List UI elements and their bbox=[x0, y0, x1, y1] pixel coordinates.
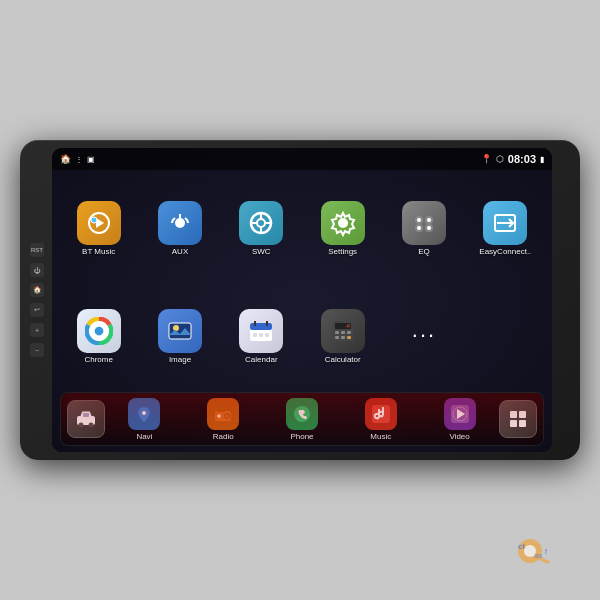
bluetooth-status-icon: ⬡ bbox=[496, 154, 504, 164]
dock-navi[interactable]: Navi bbox=[105, 398, 184, 441]
app-bt-music[interactable]: BT Music bbox=[60, 176, 137, 280]
status-bar: 🏠 ⋮ ▣ 📍 ⬡ 08:03 ▮ bbox=[52, 148, 552, 170]
screenshot-status-icon: ▣ bbox=[87, 155, 95, 164]
main-content: BT Music AUX bbox=[52, 170, 552, 452]
swc-label: SWC bbox=[252, 247, 271, 256]
radio-label: Radio bbox=[213, 432, 234, 441]
svg-point-16 bbox=[427, 218, 431, 222]
eq-label: EQ bbox=[418, 247, 430, 256]
navi-label: Navi bbox=[136, 432, 152, 441]
power-button[interactable]: ⏻ bbox=[30, 263, 44, 277]
bt-music-label: BT Music bbox=[82, 247, 115, 256]
svg-text:cl: cl bbox=[518, 542, 525, 551]
svg-rect-42 bbox=[335, 336, 339, 339]
dock-music[interactable]: Music bbox=[341, 398, 420, 441]
app-easyconnect[interactable]: EasyConnect.. bbox=[467, 176, 544, 280]
status-time: 08:03 bbox=[508, 153, 536, 165]
rst-button[interactable]: RST bbox=[30, 243, 44, 257]
svg-point-17 bbox=[417, 226, 421, 230]
calendar-label: Calendar bbox=[245, 355, 277, 364]
more-icon: ··· bbox=[402, 313, 446, 357]
volume-down-button[interactable]: − bbox=[30, 343, 44, 357]
back-button[interactable]: ↩ bbox=[30, 303, 44, 317]
video-icon bbox=[444, 398, 476, 430]
dock-video[interactable]: Video bbox=[420, 398, 499, 441]
svg-point-27 bbox=[173, 325, 179, 331]
app-calendar[interactable]: Calendar bbox=[223, 284, 300, 388]
home-button[interactable]: 🏠 bbox=[30, 283, 44, 297]
bt-music-icon bbox=[77, 201, 121, 245]
settings-icon bbox=[321, 201, 365, 245]
app-image[interactable]: Image bbox=[141, 284, 218, 388]
svg-rect-52 bbox=[217, 409, 225, 412]
calculator-icon: − ✕ bbox=[321, 309, 365, 353]
app-chrome[interactable]: Chrome bbox=[60, 284, 137, 388]
video-label: Video bbox=[449, 432, 469, 441]
app-settings[interactable]: Settings bbox=[304, 176, 381, 280]
status-right: 📍 ⬡ 08:03 ▮ bbox=[481, 153, 544, 165]
svg-point-2 bbox=[175, 218, 185, 228]
svg-rect-34 bbox=[265, 333, 269, 337]
svg-rect-25 bbox=[169, 323, 191, 339]
car-radio-device: RST ⏻ 🏠 ↩ + − 🏠 ⋮ ▣ 📍 ⬡ 08:03 ▮ bbox=[20, 140, 580, 460]
easyconnect-icon bbox=[483, 201, 527, 245]
status-left: 🏠 ⋮ ▣ bbox=[60, 154, 95, 164]
aux-label: AUX bbox=[172, 247, 188, 256]
svg-point-10 bbox=[338, 218, 348, 228]
app-aux[interactable]: AUX bbox=[141, 176, 218, 280]
dock-radio[interactable]: Radio bbox=[184, 398, 263, 441]
svg-point-5 bbox=[257, 219, 265, 227]
navi-icon bbox=[128, 398, 160, 430]
phone-icon bbox=[286, 398, 318, 430]
aux-icon bbox=[158, 201, 202, 245]
watermark: cl as f bbox=[510, 536, 570, 570]
svg-point-18 bbox=[427, 226, 431, 230]
car-mode-button[interactable] bbox=[67, 400, 105, 438]
image-icon bbox=[158, 309, 202, 353]
main-screen: 🏠 ⋮ ▣ 📍 ⬡ 08:03 ▮ bbox=[52, 148, 552, 452]
svg-point-15 bbox=[417, 218, 421, 222]
app-eq[interactable]: EQ bbox=[385, 176, 462, 280]
side-buttons-left: RST ⏻ 🏠 ↩ + − bbox=[28, 239, 46, 361]
svg-rect-62 bbox=[510, 411, 517, 418]
svg-rect-41 bbox=[347, 331, 351, 334]
swc-icon bbox=[239, 201, 283, 245]
svg-rect-40 bbox=[341, 331, 345, 334]
empty-slot bbox=[467, 284, 544, 388]
home-status-icon: 🏠 bbox=[60, 154, 71, 164]
menu-status-icon: ⋮ bbox=[75, 155, 83, 164]
music-icon bbox=[365, 398, 397, 430]
svg-rect-64 bbox=[510, 420, 517, 427]
svg-rect-48 bbox=[83, 413, 89, 417]
svg-rect-32 bbox=[253, 333, 257, 337]
location-status-icon: 📍 bbox=[481, 154, 492, 164]
svg-rect-33 bbox=[259, 333, 263, 337]
side-buttons-right bbox=[558, 296, 572, 304]
svg-text:✕: ✕ bbox=[346, 323, 351, 329]
svg-rect-63 bbox=[519, 411, 526, 418]
app-calculator[interactable]: − ✕ Calculator bbox=[304, 284, 381, 388]
svg-point-1 bbox=[91, 217, 97, 223]
svg-rect-39 bbox=[335, 331, 339, 334]
svg-point-46 bbox=[79, 423, 84, 428]
chrome-label: Chrome bbox=[84, 355, 112, 364]
chrome-icon bbox=[77, 309, 121, 353]
svg-text:f: f bbox=[545, 548, 547, 555]
image-label: Image bbox=[169, 355, 191, 364]
volume-up-button[interactable]: + bbox=[30, 323, 44, 337]
app-swc[interactable]: SWC bbox=[223, 176, 300, 280]
eq-icon bbox=[402, 201, 446, 245]
dock: Navi bbox=[60, 392, 544, 446]
svg-rect-43 bbox=[341, 336, 345, 339]
svg-point-50 bbox=[142, 411, 146, 415]
radio-icon bbox=[207, 398, 239, 430]
calculator-label: Calculator bbox=[325, 355, 361, 364]
app-more[interactable]: ··· bbox=[385, 284, 462, 388]
battery-status-icon: ▮ bbox=[540, 155, 544, 164]
svg-rect-44 bbox=[347, 336, 351, 339]
dock-phone[interactable]: Phone bbox=[263, 398, 342, 441]
svg-rect-65 bbox=[519, 420, 526, 427]
app-grid-button[interactable] bbox=[499, 400, 537, 438]
empty-icon bbox=[483, 314, 527, 358]
phone-label: Phone bbox=[290, 432, 313, 441]
